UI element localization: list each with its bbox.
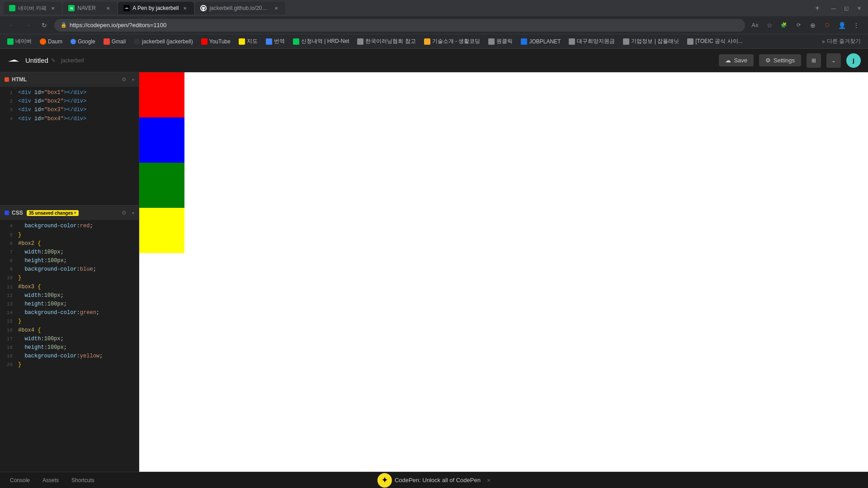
pen-title-group: Untitled ✎ bbox=[25, 56, 56, 64]
tab-favicon-github bbox=[200, 5, 207, 11]
line-content-1: <div id="box1"></div> bbox=[18, 89, 86, 97]
css-panel: CSS 35 unsaved changes × ⚙ ▾ 4 backgroun… bbox=[0, 206, 139, 472]
css-lnum-13: 13 bbox=[4, 300, 13, 309]
tab-close-naver[interactable]: ✕ bbox=[104, 5, 112, 12]
bookmark-naver[interactable]: 네이버 bbox=[4, 36, 35, 47]
codepen-topbar: Untitled ✎ jackerbell ☁ Save ⚙ Settings … bbox=[0, 49, 868, 72]
bookmark-toeic[interactable]: [TOEIC 공식 사이... bbox=[684, 36, 746, 47]
bookmark-label-google: Google bbox=[78, 38, 95, 45]
bookmark-elearning[interactable]: 한국이러닝협회 참고 bbox=[354, 36, 419, 47]
bookmark-icon[interactable]: ⊕ bbox=[807, 19, 819, 32]
html-panel-header: HTML ⚙ ▾ bbox=[0, 72, 139, 87]
console-tab[interactable]: Console bbox=[5, 475, 34, 485]
bookmark-favicon-translate bbox=[266, 38, 272, 45]
tab-close-naver-cafe[interactable]: ✕ bbox=[49, 5, 57, 12]
close-button[interactable]: ✕ bbox=[854, 3, 864, 14]
bookmark-hrd[interactable]: 신청내역 | HRD-Net bbox=[289, 36, 353, 47]
bookmark-daegu[interactable]: 대구희망지원금 bbox=[565, 36, 618, 47]
tab-label-naver: NAVER bbox=[77, 5, 102, 11]
bookmark-label-toeic: [TOEIC 공식 사이... bbox=[695, 38, 742, 45]
codepen-logo[interactable] bbox=[7, 54, 20, 67]
shortcuts-tab[interactable]: Shortcuts bbox=[67, 475, 99, 485]
pro-close-button[interactable]: × bbox=[487, 477, 491, 484]
tab-close-github[interactable]: ✕ bbox=[273, 5, 280, 12]
tab-github[interactable]: jackerbell.github.io/2022-04-20-... ✕ bbox=[195, 2, 285, 14]
html-code-editor[interactable]: 1 <div id="box1"></div> 2 <div id="box2"… bbox=[0, 87, 139, 205]
css-lang-dot bbox=[5, 211, 9, 215]
bookmark-jobplanet[interactable]: JOBPLANET bbox=[517, 36, 564, 47]
bookmark-daum[interactable]: Daum bbox=[36, 36, 66, 47]
user-avatar[interactable]: j bbox=[846, 53, 861, 68]
bookmarks-more[interactable]: » 다른 즐겨찾기 bbox=[818, 37, 864, 46]
window-controls: — ◱ ✕ bbox=[828, 3, 864, 14]
translate-icon[interactable]: A≡ bbox=[749, 19, 761, 32]
save-button[interactable]: ☁ Save bbox=[719, 54, 754, 66]
bookmark-kakao[interactable]: 지도 bbox=[235, 36, 261, 47]
bookmark-livecoding[interactable]: 기술소개 - 생활코딩 bbox=[420, 36, 484, 47]
tab-close-codepen[interactable]: ✕ bbox=[181, 5, 189, 12]
bookmark-translate[interactable]: 번역 bbox=[262, 36, 288, 47]
tab-naver-cafe[interactable]: 네이버 카페 ✕ bbox=[4, 2, 62, 14]
bookmark-youtube[interactable]: YouTube bbox=[198, 36, 234, 47]
css-line-13: 13 height:100px; bbox=[0, 300, 139, 309]
minimize-button[interactable]: — bbox=[828, 3, 839, 14]
css-lcontent-9: background-color:blue; bbox=[18, 265, 96, 274]
css-collapse-icon[interactable]: ▾ bbox=[132, 211, 134, 216]
tab-label-github: jackerbell.github.io/2022-04-20-... bbox=[209, 5, 270, 11]
forward-button[interactable]: → bbox=[22, 19, 34, 32]
bookmark-label-jobplanet: JOBPLANET bbox=[529, 38, 561, 45]
bookmark-jobplanet2[interactable]: 기업정보 | 잡플래닛 bbox=[619, 36, 683, 47]
settings-button[interactable]: ⚙ Settings bbox=[759, 54, 801, 66]
bookmark-favicon-google bbox=[71, 39, 76, 44]
back-button[interactable]: ← bbox=[5, 19, 18, 32]
unsaved-changes-badge[interactable]: 35 unsaved changes × bbox=[27, 210, 79, 216]
code-line-2: 2 <div id="box2"></div> bbox=[0, 97, 139, 106]
codepen-app: Untitled ✎ jackerbell ☁ Save ⚙ Settings … bbox=[0, 49, 868, 488]
bookmark-oneclip[interactable]: 원클릭 bbox=[485, 36, 516, 47]
restore-button[interactable]: ◱ bbox=[841, 3, 852, 14]
bookmark-label-youtube: YouTube bbox=[209, 38, 231, 45]
bottom-bar: Console Assets Shortcuts ✦ CodePen: Unlo… bbox=[0, 472, 868, 488]
menu-icon[interactable]: ⋮ bbox=[850, 19, 863, 32]
bookmarks-more-text: 다른 즐겨찾기 bbox=[827, 38, 861, 45]
star-icon[interactable]: ☆ bbox=[763, 19, 776, 32]
view-toggle-button[interactable]: ⊞ bbox=[807, 53, 821, 68]
badge-close-icon[interactable]: × bbox=[74, 211, 76, 215]
css-lnum-16: 16 bbox=[4, 326, 13, 335]
pen-name[interactable]: Untitled bbox=[25, 56, 48, 64]
new-tab-button[interactable]: + bbox=[811, 2, 824, 14]
tab-codepen[interactable]: A Pen by jackerbell ✕ bbox=[118, 2, 194, 14]
extensions-icon[interactable]: 🧩 bbox=[778, 19, 790, 32]
assets-tab[interactable]: Assets bbox=[38, 475, 63, 485]
css-code-editor[interactable]: 4 background-color:red; 5 } 6 #box2 { 7 … bbox=[0, 220, 139, 472]
edit-pen-name-icon[interactable]: ✎ bbox=[51, 57, 56, 64]
css-lnum-20: 20 bbox=[4, 361, 13, 369]
shortcuts-label: Shortcuts bbox=[71, 477, 94, 483]
css-panel-lang: CSS bbox=[5, 210, 23, 216]
more-options-button[interactable]: ⌄ bbox=[826, 53, 841, 68]
extension2-icon[interactable]: ⬡ bbox=[821, 19, 834, 32]
url-bar[interactable]: 🔒 https://codepen.io/pen/?editors=1100 bbox=[54, 19, 745, 32]
bookmark-label-hrd: 신청내역 | HRD-Net bbox=[301, 38, 349, 45]
user-icon[interactable]: 👤 bbox=[835, 19, 848, 32]
refresh-button[interactable]: ↻ bbox=[38, 19, 51, 32]
css-settings-icon[interactable]: ⚙ bbox=[119, 208, 128, 217]
bookmark-google[interactable]: Google bbox=[67, 36, 99, 47]
sync-icon[interactable]: ⟳ bbox=[792, 19, 805, 32]
bookmark-gmail[interactable]: Gmail bbox=[100, 36, 129, 47]
preview-area bbox=[139, 72, 868, 472]
css-lcontent-14: background-color:green; bbox=[18, 309, 99, 317]
css-lnum-17: 17 bbox=[4, 335, 13, 343]
console-label: Console bbox=[10, 477, 30, 483]
code-line-3: 3 <div id="box3"></div> bbox=[0, 106, 139, 114]
bookmark-label-livecoding: 기술소개 - 생활코딩 bbox=[432, 38, 481, 45]
tab-label-naver-cafe: 네이버 카페 bbox=[18, 5, 47, 12]
tab-naver[interactable]: N NAVER ✕ bbox=[63, 2, 117, 14]
html-collapse-icon[interactable]: ▾ bbox=[132, 77, 134, 82]
codepen-main: HTML ⚙ ▾ 1 <div id="box1"></div> 2 <div … bbox=[0, 72, 868, 472]
badge-label: 35 unsaved changes bbox=[29, 211, 73, 216]
bookmark-github-bk[interactable]: jackerbell (jackerbell) bbox=[130, 36, 197, 47]
bookmark-favicon-jobplanet bbox=[521, 38, 527, 45]
html-settings-icon[interactable]: ⚙ bbox=[119, 75, 128, 84]
html-lang-label: HTML bbox=[12, 76, 27, 83]
